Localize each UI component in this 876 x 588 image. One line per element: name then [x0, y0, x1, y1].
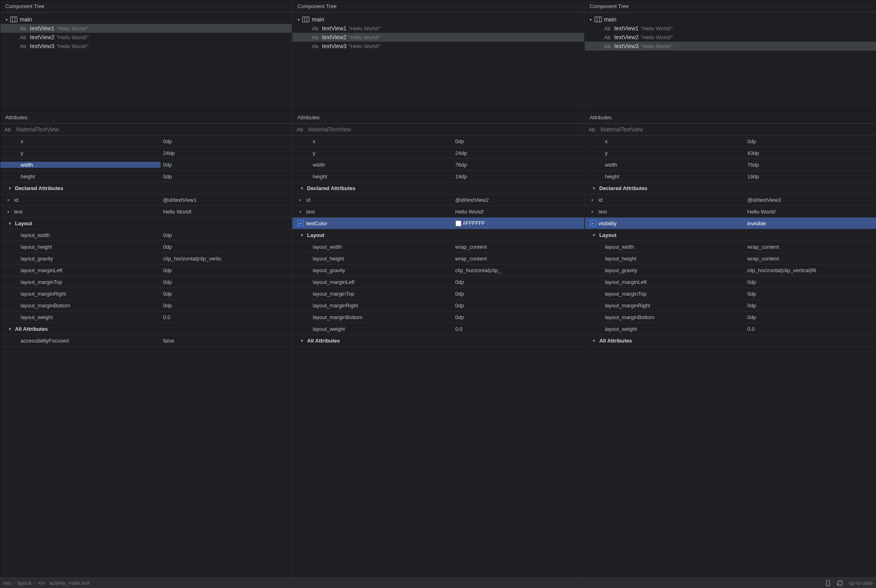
chevron-right-icon[interactable]: ▸	[5, 197, 12, 203]
chevron-down-icon[interactable]: ▾	[591, 338, 597, 343]
attribute-row[interactable]: layout_weight0.0	[0, 311, 292, 323]
attribute-row[interactable]: height19dp	[292, 171, 584, 182]
attribute-row[interactable]: x0dp	[0, 135, 292, 147]
attribute-group-header[interactable]: ▾All Attributes	[585, 335, 876, 347]
attribute-row[interactable]: layout_marginBottom0dp	[0, 300, 292, 311]
attribute-row[interactable]: layout_weight0.0	[292, 323, 584, 335]
attribute-row[interactable]: height19dp	[585, 171, 876, 182]
chevron-right-icon[interactable]: ▸	[590, 220, 596, 226]
attribute-row[interactable]: ▸visibilityinvisible	[585, 218, 876, 229]
attribute-row[interactable]: ▸id@id/textView3	[585, 194, 876, 206]
attribute-row[interactable]: ▸textHello World!	[292, 206, 584, 218]
attribute-value: 0dp	[747, 291, 756, 297]
tree-node-root[interactable]: ▾ main	[0, 15, 292, 24]
attribute-row[interactable]: width76dp	[585, 159, 876, 171]
tree-node-textview[interactable]: Ab textView3 "Hello World!"	[585, 42, 876, 51]
attribute-row[interactable]: layout_marginTop0dp	[585, 288, 876, 300]
tree-node-textview[interactable]: Ab textView1 "Hello World!"	[0, 24, 292, 33]
attribute-row[interactable]: y24dp	[292, 147, 584, 159]
attribute-value: 0.0	[163, 314, 170, 320]
inspector-panel: Component Tree▾ main Ab textView1 "Hello…	[584, 0, 876, 588]
attribute-row[interactable]: layout_marginLeft0dp	[292, 276, 584, 288]
crumb-layout[interactable]: layout	[17, 580, 31, 586]
tree-node-textview[interactable]: Ab textView2 "Hello World!"	[585, 33, 876, 42]
attribute-row[interactable]: layout_marginLeft0dp	[0, 264, 292, 276]
device-icon[interactable]	[825, 580, 831, 586]
attribute-row[interactable]: layout_widthwrap_content	[292, 241, 584, 253]
component-tree-header: Component Tree	[585, 0, 876, 13]
tree-node-root[interactable]: ▾ main	[292, 15, 584, 24]
attribute-row[interactable]: layout_marginBottom0dp	[585, 311, 876, 323]
attribute-group-header[interactable]: ▾Declared Attributes	[585, 182, 876, 194]
tree-node-textview[interactable]: Ab textView1 "Hello World!"	[585, 24, 876, 33]
attribute-group-header[interactable]: ▾Layout	[0, 218, 292, 229]
attribute-row[interactable]: ▸textColor#FFFFFF	[292, 218, 584, 229]
attribute-value: 0dp	[455, 138, 464, 144]
chevron-right-icon[interactable]: ▸	[297, 220, 304, 226]
attribute-row[interactable]: ▸id@id/textView1	[0, 194, 292, 206]
attribute-row[interactable]: layout_marginRight0dp	[585, 300, 876, 311]
chevron-down-icon[interactable]: ▾	[299, 338, 305, 343]
attribute-row[interactable]: layout_marginLeft0dp	[585, 276, 876, 288]
tree-node-root[interactable]: ▾ main	[585, 15, 876, 24]
chevron-right-icon[interactable]: ▸	[5, 208, 12, 215]
attribute-row[interactable]: layout_heightwrap_content	[585, 253, 876, 264]
attribute-group-header[interactable]: ▾Declared Attributes	[0, 182, 292, 194]
crumb-res[interactable]: res	[3, 580, 11, 586]
sync-status: up-to-date	[849, 580, 873, 586]
attribute-group-header[interactable]: ▾Declared Attributes	[292, 182, 584, 194]
attribute-row[interactable]: ▸id@id/textView2	[292, 194, 584, 206]
tree-node-textview[interactable]: Ab textView3 "Hello World!"	[292, 42, 584, 51]
attribute-row[interactable]: x0dp	[292, 135, 584, 147]
attribute-row[interactable]: layout_marginTop0dp	[0, 276, 292, 288]
refresh-icon[interactable]	[837, 580, 843, 586]
chevron-down-icon[interactable]: ▾	[296, 17, 301, 22]
code-file-icon: </>	[38, 580, 45, 586]
attribute-row[interactable]: layout_marginRight0dp	[292, 300, 584, 311]
attribute-row[interactable]: layout_height0dp	[0, 241, 292, 253]
attribute-row[interactable]: ▸textHello World!	[585, 206, 876, 218]
attribute-group-header[interactable]: ▾Layout	[292, 229, 584, 241]
tree-node-textview[interactable]: Ab textView3 "Hello World!"	[0, 42, 292, 51]
attribute-group-header[interactable]: ▾All Attributes	[292, 335, 584, 347]
tree-node-textview[interactable]: Ab textView2 "Hello World!"	[0, 33, 292, 42]
attribute-row[interactable]: height0dp	[0, 171, 292, 182]
tree-node-textview[interactable]: Ab textView1 "Hello World!"	[292, 24, 584, 33]
chevron-down-icon[interactable]: ▾	[591, 233, 597, 237]
attribute-group-header[interactable]: ▾Layout	[585, 229, 876, 241]
group-label: Layout	[15, 220, 32, 226]
chevron-down-icon[interactable]: ▾	[7, 221, 13, 226]
attribute-row[interactable]: layout_gravityclip_horizontal|clip_verti…	[585, 264, 876, 276]
component-type-row: Ab MaterialTextView	[292, 124, 584, 135]
chevron-down-icon[interactable]: ▾	[591, 186, 597, 190]
attribute-row[interactable]: layout_marginTop0dp	[292, 288, 584, 300]
attribute-row[interactable]: layout_weight0.0	[585, 323, 876, 335]
attribute-row[interactable]: layout_widthwrap_content	[585, 241, 876, 253]
attribute-row[interactable]: width0dp	[0, 159, 292, 171]
chevron-right-icon[interactable]: ▸	[590, 197, 596, 203]
attribute-row[interactable]: width76dp	[292, 159, 584, 171]
chevron-right-icon[interactable]: ▸	[297, 208, 304, 215]
attribute-row[interactable]: layout_marginBottom0dp	[292, 311, 584, 323]
attribute-group-header[interactable]: ▾All Attributes	[0, 323, 292, 335]
attribute-row[interactable]: layout_heightwrap_content	[292, 253, 584, 264]
attribute-row[interactable]: layout_gravityclip_horizontal|clip_verti…	[0, 253, 292, 264]
attribute-row[interactable]: layout_width0dp	[0, 229, 292, 241]
chevron-down-icon[interactable]: ▾	[4, 17, 9, 22]
attribute-row[interactable]: ▸textHello World!	[0, 206, 292, 218]
chevron-right-icon[interactable]: ▸	[590, 208, 596, 215]
crumb-file[interactable]: activity_main.xml	[49, 580, 89, 586]
tree-node-textview[interactable]: Ab textView2 "Hello World!"	[292, 33, 584, 42]
attribute-row[interactable]: layout_marginRight0dp	[0, 288, 292, 300]
chevron-right-icon[interactable]: ▸	[297, 197, 304, 203]
chevron-down-icon[interactable]: ▾	[7, 186, 13, 190]
attribute-row[interactable]: layout_gravityclip_horizontal|clip_	[292, 264, 584, 276]
chevron-down-icon[interactable]: ▾	[7, 327, 13, 331]
attribute-row[interactable]: y24dp	[0, 147, 292, 159]
attribute-row[interactable]: x0dp	[585, 135, 876, 147]
attribute-row[interactable]: accessibilityFocusedfalse	[0, 335, 292, 347]
chevron-down-icon[interactable]: ▾	[588, 17, 594, 22]
chevron-down-icon[interactable]: ▾	[299, 186, 305, 190]
chevron-down-icon[interactable]: ▾	[299, 233, 305, 237]
attribute-row[interactable]: y43dp	[585, 147, 876, 159]
